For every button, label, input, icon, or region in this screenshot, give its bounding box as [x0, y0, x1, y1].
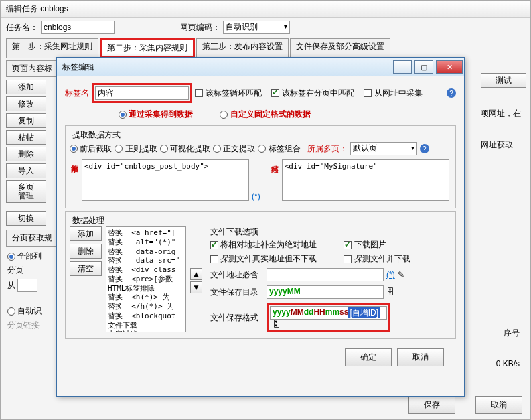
radio-mode-custom[interactable]	[220, 111, 228, 119]
step-tabs: 第一步：采集网址规则 第二步：采集内容规则 第三步：发布内容设置 文件保存及部分…	[1, 37, 530, 58]
chk-page-match[interactable]	[271, 89, 279, 97]
tag-name-input[interactable]	[95, 86, 189, 100]
btn-edit[interactable]: 修改	[6, 96, 46, 111]
chk-from-url[interactable]	[364, 89, 372, 97]
asterisk-link-2[interactable]: (*)	[386, 270, 395, 279]
radio-all-list[interactable]	[7, 253, 15, 261]
seq-label: 序号	[504, 328, 520, 339]
radio-ex-group[interactable]	[258, 145, 266, 153]
btn-multipage[interactable]: 多页管理	[6, 180, 46, 203]
task-name-input[interactable]	[41, 21, 115, 34]
btn-copy[interactable]: 复制	[6, 113, 46, 128]
belong-select[interactable]: 默认页	[350, 142, 417, 155]
radio-mode-collect[interactable]	[119, 111, 127, 119]
help-icon[interactable]: ?	[447, 88, 456, 98]
from-input[interactable]	[17, 279, 37, 292]
proc-clear[interactable]: 清空	[70, 261, 102, 276]
main-title: 编辑任务 cnblogs	[1, 1, 530, 18]
encoding-label: 网页编码：	[180, 22, 220, 33]
page-content-tab[interactable]: 页面内容标	[6, 60, 58, 77]
ok-button[interactable]: 确定	[345, 348, 392, 366]
page-link-label: 分页链接	[7, 320, 40, 330]
btn-import[interactable]: 导入	[6, 163, 46, 178]
bg-fragments: 测试 项网址，在 网址获取	[481, 73, 526, 151]
btn-test[interactable]: 测试	[481, 73, 526, 88]
radio-auto[interactable]	[7, 307, 15, 316]
process-fieldset: 数据处理 添加 删除 清空 替换 <a href="[ 替换 alt="(*)"…	[65, 211, 456, 339]
tab-step4[interactable]: 文件保存及部分高级设置	[290, 38, 390, 58]
proc-add[interactable]: 添加	[70, 226, 102, 241]
db-icon-2[interactable]: 🗄	[273, 320, 281, 329]
radio-ex-regex[interactable]	[115, 145, 123, 153]
move-up-icon[interactable]: ▲	[190, 268, 202, 280]
move-down-icon[interactable]: ▼	[190, 281, 202, 293]
tab-step1[interactable]: 第一步：采集网址规则	[6, 38, 98, 58]
from-label: 从	[7, 281, 15, 290]
main-save-button[interactable]: 保存	[408, 396, 455, 414]
start-str-label: 开始字符串	[70, 159, 79, 201]
task-name-label: 任务名：	[6, 22, 38, 33]
chk-loop-match[interactable]	[195, 89, 203, 97]
chk-dl-img[interactable]	[344, 241, 352, 249]
maximize-button[interactable]: ▢	[414, 60, 433, 74]
btn-delete[interactable]: 删除	[6, 147, 46, 161]
dialog-titlebar[interactable]: 标签编辑 — ▢ ✕	[57, 58, 464, 76]
radio-ex-visual[interactable]	[160, 145, 168, 153]
chk-probe-dl[interactable]	[344, 255, 352, 263]
page-fetch-tab[interactable]: 分页获取规	[6, 230, 58, 247]
save-fmt-input[interactable]: yyyyMMddHHmmss [自增ID]	[270, 306, 387, 320]
start-string-input[interactable]	[82, 159, 249, 201]
speed-label: 0 KB/s	[496, 359, 520, 368]
page-label: 分页	[7, 265, 23, 275]
save-dir-input[interactable]: yyyyMM	[267, 285, 384, 299]
end-str-label: 结束字符串	[270, 159, 279, 201]
main-cancel-button[interactable]: 取消	[475, 396, 522, 414]
db-icon[interactable]: 🗄	[386, 287, 394, 297]
minimize-button[interactable]: —	[393, 60, 412, 74]
radio-ex-text[interactable]	[213, 145, 221, 153]
tab-step2[interactable]: 第二步：采集内容规则	[100, 38, 195, 58]
tab-step3[interactable]: 第三步：发布内容设置	[196, 38, 289, 58]
asterisk-link-1[interactable]: (*)	[252, 192, 260, 201]
chk-abs-url[interactable]	[210, 241, 218, 249]
btn-paste[interactable]: 粘帖	[6, 130, 46, 145]
tag-edit-dialog: 标签编辑 — ▢ ✕ 标签名 该标签循环匹配 该标签在分页中匹配 从网址中采集 …	[56, 57, 465, 397]
save-fmt-highlight: yyyyMMddHHmmss [自增ID] 🗄	[267, 303, 390, 332]
btn-add[interactable]: 添加	[6, 80, 46, 94]
process-list[interactable]: 替换 <a href="[ 替换 alt="(*)" 替换 data-orig …	[106, 226, 186, 332]
end-string-input[interactable]	[282, 159, 449, 201]
encoding-select[interactable]: 自动识别	[223, 21, 290, 34]
tag-name-label: 标签名	[65, 88, 89, 99]
chk-probe[interactable]	[210, 255, 218, 263]
pencil-icon[interactable]: ✎	[398, 270, 404, 279]
help-icon-2[interactable]: ?	[420, 144, 429, 153]
proc-del[interactable]: 删除	[70, 244, 102, 259]
close-button[interactable]: ✕	[436, 60, 463, 74]
tag-name-highlight	[92, 83, 192, 103]
dialog-title: 标签编辑	[62, 62, 94, 73]
dl-group-label: 文件下载选项	[210, 226, 451, 238]
radio-ex-cut[interactable]	[70, 145, 78, 153]
btn-switch[interactable]: 切换	[6, 211, 46, 226]
extract-fieldset: 提取数据方式 前后截取 正则提取 可视化提取 正文提取 标签组合 所属多页： 默…	[65, 125, 456, 208]
url-contain-input[interactable]	[267, 268, 384, 281]
cancel-button[interactable]: 取消	[397, 348, 444, 366]
